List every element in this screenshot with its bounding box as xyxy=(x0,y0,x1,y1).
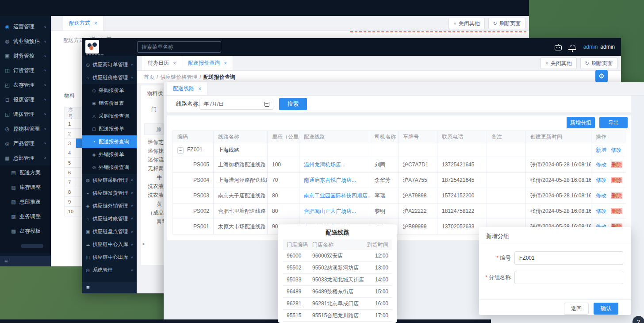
table-row[interactable]: 9551595515合肥龙川路店17:00 xyxy=(283,310,392,322)
delete-link[interactable]: 删除 xyxy=(626,147,626,153)
settings-gear-button[interactable]: ⚙ xyxy=(595,70,608,82)
edit-link[interactable]: 修改 xyxy=(596,192,606,199)
edit-link[interactable]: 修改 xyxy=(596,177,606,183)
sidebar-item-export-quote-query[interactable]: ⊘外销报价查询 xyxy=(82,161,137,174)
store-label: 门 xyxy=(151,106,157,113)
sidebar-item-purchase-quote[interactable]: ◇采购报价单 xyxy=(82,84,137,97)
route-detail-link[interactable]: 温州龙湾机场店... xyxy=(304,162,345,168)
delete-link[interactable]: 删除 xyxy=(611,177,622,183)
help-button[interactable]: ? xyxy=(632,316,644,323)
edit-link[interactable]: 修改 xyxy=(596,162,606,168)
system-mgmt-icon: ◎ xyxy=(85,268,90,273)
sidebar-item-product[interactable]: ◎产品管理∨ xyxy=(0,136,51,151)
assistant-icon[interactable] xyxy=(555,45,562,50)
delete-link[interactable]: 删除 xyxy=(611,192,622,199)
sidebar-item-sales-pricelist[interactable]: ◉销售价目表 xyxy=(82,97,137,110)
tab-delivery-routes[interactable]: 配送线路× xyxy=(167,82,207,95)
sidebar-item-delivery-plan[interactable]: ▤配送方案 xyxy=(0,165,51,180)
sidebar-item-sc-stocktake[interactable]: ▣供应链盘点管理∨ xyxy=(82,225,137,238)
sidebar-item-sc-inbound[interactable]: ☁供应链中心入库∨ xyxy=(82,238,137,251)
chevron-down-icon: ∨ xyxy=(130,243,133,246)
routes-table-card: 新增分组 导出 编码 线路名称 里程（公里） 配送线路 司机名称 车牌号 联系电… xyxy=(167,115,631,240)
group-name-field[interactable] xyxy=(514,271,623,284)
refresh-page-button[interactable]: ↻刷新页面 xyxy=(488,18,525,29)
table-row[interactable]: 9628196281北京阜成门店16:00 xyxy=(283,298,392,310)
date-input[interactable]: 年 /月/日 xyxy=(199,99,273,110)
sidebar-item-price-mgmt[interactable]: ⌂供应链价格管理∧ xyxy=(82,71,137,84)
delete-link[interactable]: 删除 xyxy=(611,162,622,168)
chevron-down-icon: ∨ xyxy=(44,84,46,87)
tab-delivery-quote-query[interactable]: 配送报价查询× xyxy=(182,56,233,70)
back-button[interactable]: 返回 xyxy=(564,303,589,315)
sc-export-icon: ◈ xyxy=(85,204,90,208)
sidebar-item-ordering[interactable]: ◫订货管理∨ xyxy=(0,63,51,78)
sidebar-item-sc-export[interactable]: ◈供应链外销管理∨ xyxy=(82,200,137,212)
scroll-left-icon[interactable]: ◂ xyxy=(142,241,144,246)
chevron-down-icon: ∨ xyxy=(130,230,133,233)
close-tab-icon[interactable]: × xyxy=(173,60,176,66)
sidebar-item-hq-push[interactable]: ▧总部推送 xyxy=(0,195,51,209)
sidebar-item-headquarters[interactable]: ▦总部管理∧ xyxy=(0,151,51,165)
sidebar-item-supplier-orders[interactable]: ◷供应商订单管理∨ xyxy=(82,58,137,71)
close-others-button[interactable]: ×关闭其他 xyxy=(448,18,484,29)
sidebar-item-raw-material[interactable]: ◷原物料管理∨ xyxy=(0,122,51,136)
collapse-group-icon[interactable]: − xyxy=(177,147,184,154)
table-row: PS002 合肥七里塘配送线路 80 合肥蜀山正大广场店... 黎明 沪A222… xyxy=(173,204,626,219)
notification-bell-icon[interactable] xyxy=(570,45,575,50)
table-row[interactable]: 9550295502慈溪新河坊店13:00 xyxy=(283,262,392,274)
table-row[interactable]: 9648996489鼓楼东街店15:00 xyxy=(283,286,392,298)
sidebar-item-scrap[interactable]: ◻报废管理∨ xyxy=(0,92,51,107)
sidebar-item-system-mgmt[interactable]: ◎系统管理∨ xyxy=(82,264,137,277)
sidebar-item-sc-reconcile[interactable]: ⌂供应链对账管理∨ xyxy=(82,212,137,225)
gear-icon: ⚙ xyxy=(598,72,604,80)
sidebar-item-sc-purchase[interactable]: ◍供应链采购管理∨ xyxy=(82,174,137,187)
edit-link[interactable]: 修改 xyxy=(611,147,621,153)
route-detail-link[interactable]: 合肥蜀山正大广场店... xyxy=(304,208,356,214)
tab-delivery-method[interactable]: 配送方式× xyxy=(63,16,104,31)
sidebar-item-export-quote[interactable]: ◈外销报价单 xyxy=(82,148,137,161)
export-button[interactable]: 导出 xyxy=(599,117,628,128)
close-tab-icon[interactable]: × xyxy=(224,60,227,66)
routes-table: 编码 线路名称 里程（公里） 配送线路 司机名称 车牌号 联系电话 备注 创建更… xyxy=(172,131,626,235)
sidebar-item-stock-template[interactable]: ▩盘存模板 xyxy=(0,224,51,238)
menu-search-input[interactable] xyxy=(137,41,221,53)
close-tab-icon[interactable]: × xyxy=(94,20,97,27)
table-row[interactable]: 9600096000双安店12:00 xyxy=(283,250,392,262)
sidebar-item-finance-control[interactable]: ▣财务管控∨ xyxy=(0,49,51,63)
delete-link[interactable]: 删除 xyxy=(611,208,622,214)
sales-pricelist-icon: ◉ xyxy=(92,101,96,106)
sidebar-item-inventory-adjust[interactable]: ▥库存调整 xyxy=(0,180,51,195)
sidebar-item-purchase-quote-query[interactable]: ◬采购报价查询 xyxy=(82,110,137,123)
sidebar-item-allocation[interactable]: ◱调拨管理∨ xyxy=(0,107,51,122)
close-tab-icon[interactable]: × xyxy=(198,86,201,92)
add-link[interactable]: 新增 xyxy=(596,147,606,153)
question-icon: ? xyxy=(637,319,640,323)
route-detail-link[interactable]: 南通启东吾悦广场店... xyxy=(304,177,356,183)
sidebar-item-delivery-quote[interactable]: ▢配送报价单 xyxy=(82,123,137,135)
edit-link[interactable]: 修改 xyxy=(596,208,606,214)
sidebar-item-sc-outbound[interactable]: ◫供应链中心出库∨ xyxy=(82,251,137,264)
sidebar-item-stocktake[interactable]: ◰盘存管理∨ xyxy=(0,78,51,92)
table-row: PS005 上海御桥路配送线路 100 温州龙湾机场店... 刘同 沪C7A7D… xyxy=(173,157,626,173)
collapse-sidebar-icon[interactable]: ≡ xyxy=(86,284,90,291)
code-field[interactable] xyxy=(514,251,623,265)
tab-todo-calendar[interactable]: 待办日历× xyxy=(142,56,182,70)
sidebar-item-delivery-quote-query[interactable]: ◔配送报价查询 xyxy=(82,135,137,148)
collapse-sidebar-icon[interactable]: ≡ xyxy=(4,258,8,264)
table-row[interactable]: 9503395033龙湖北城天街店14:00 xyxy=(283,274,392,286)
search-button[interactable]: 搜索 xyxy=(279,98,307,110)
user-account[interactable]: adminadmin xyxy=(583,44,615,50)
sidebar-item-business-adjust[interactable]: ▨业务调整 xyxy=(0,209,51,224)
route-detail-link[interactable]: 南京工业园国际科技四期店... xyxy=(304,192,370,199)
back-window-topbar xyxy=(0,0,529,16)
refresh-page-button[interactable]: ↻刷新页面 xyxy=(580,58,617,69)
sidebar-item-operations[interactable]: ◉运营管理∨ xyxy=(0,19,51,34)
sidebar-item-partial[interactable] xyxy=(0,238,51,253)
close-others-button[interactable]: ×关闭其他 xyxy=(540,58,576,69)
mid-sidebar: ◷供应商订单管理∨ ⌂供应链价格管理∧ ◇采购报价单 ◉销售价目表 ◬采购报价查… xyxy=(82,56,137,293)
confirm-button[interactable]: 确认 xyxy=(594,303,618,315)
add-group-button[interactable]: 新增分组 xyxy=(567,117,595,128)
sidebar-item-revenue-forecast[interactable]: ◍营业额预估∨ xyxy=(0,34,51,49)
calendar-icon[interactable] xyxy=(264,102,269,107)
sidebar-item-sc-shipping[interactable]: ◒供应链发货管理∨ xyxy=(82,187,137,200)
